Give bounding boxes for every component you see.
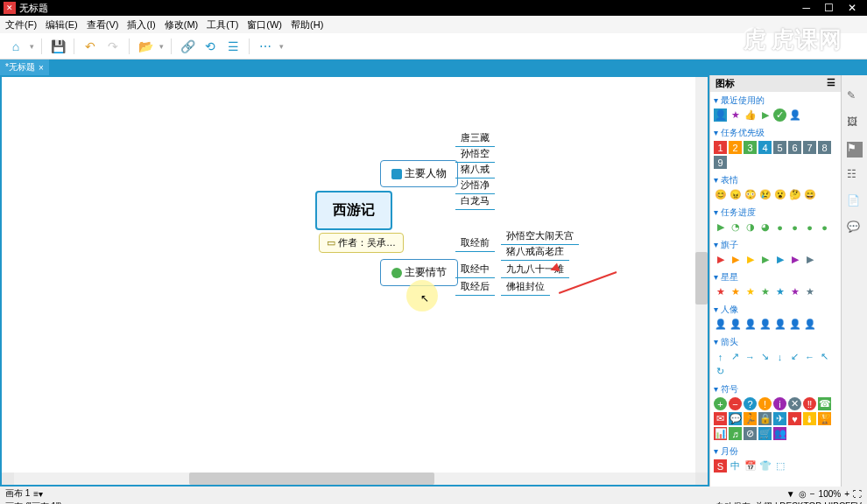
ico[interactable]: − bbox=[729, 397, 742, 410]
ico[interactable]: ▶ bbox=[773, 253, 786, 266]
ico[interactable]: → bbox=[744, 350, 757, 363]
ico[interactable]: 👤 bbox=[714, 108, 727, 122]
ico[interactable]: 2 bbox=[729, 141, 742, 154]
ico[interactable]: 👤 bbox=[714, 318, 727, 331]
ico[interactable]: ★ bbox=[729, 108, 742, 122]
ico[interactable]: ☎ bbox=[818, 397, 831, 410]
ico[interactable]: ↗ bbox=[729, 350, 742, 363]
format-icon[interactable]: ✎ bbox=[847, 89, 863, 105]
group-months[interactable]: ▾ 月份 bbox=[714, 445, 837, 458]
ico[interactable]: + bbox=[714, 397, 727, 410]
redo-icon[interactable]: ↷ bbox=[104, 38, 122, 55]
zoom-in-icon[interactable]: + bbox=[844, 489, 849, 499]
ico[interactable]: 😢 bbox=[758, 188, 772, 201]
zoom-out-icon[interactable]: − bbox=[810, 489, 815, 499]
leaf[interactable]: 佛祖封位 bbox=[501, 278, 550, 296]
sub-after[interactable]: 取经后 bbox=[455, 278, 495, 296]
ico[interactable]: ← bbox=[803, 350, 816, 363]
menu-file[interactable]: 文件(F) bbox=[5, 18, 37, 32]
ico[interactable]: 👤 bbox=[788, 108, 801, 122]
close-button[interactable]: ✕ bbox=[848, 2, 856, 14]
home-icon[interactable]: ⌂ bbox=[7, 38, 25, 55]
ico[interactable]: ✈ bbox=[773, 412, 786, 425]
leaf[interactable]: 唐三藏 bbox=[455, 130, 495, 147]
ico[interactable]: 3 bbox=[744, 141, 757, 154]
ico[interactable]: ! bbox=[758, 397, 772, 410]
ico[interactable]: ★ bbox=[744, 285, 757, 298]
share-icon[interactable]: ⟲ bbox=[201, 38, 219, 55]
ico[interactable]: ▶ bbox=[758, 253, 772, 266]
ico[interactable]: ◕ bbox=[758, 220, 772, 234]
ico[interactable]: ↑ bbox=[714, 350, 727, 363]
ico[interactable]: 🏃 bbox=[744, 412, 757, 425]
ico[interactable]: 7 bbox=[803, 141, 816, 154]
ico[interactable]: ● bbox=[803, 220, 816, 234]
dropdown-icon[interactable]: ≡▾ bbox=[33, 489, 43, 499]
ico[interactable]: ♬ bbox=[729, 427, 742, 440]
ico[interactable]: 👕 bbox=[758, 459, 772, 472]
menu-help[interactable]: 帮助(H) bbox=[291, 18, 323, 32]
group-arrows[interactable]: ▾ 箭头 bbox=[714, 336, 837, 348]
ico[interactable]: ▶ bbox=[744, 253, 757, 266]
menu-edit[interactable]: 编辑(E) bbox=[46, 18, 78, 32]
ico[interactable]: ? bbox=[744, 397, 757, 410]
group-emoji[interactable]: ▾ 表情 bbox=[714, 174, 837, 186]
tab-untitled[interactable]: *无标题 × bbox=[0, 60, 49, 75]
ico[interactable]: 🤔 bbox=[788, 188, 801, 201]
group-recent[interactable]: ▾ 最近使用的 bbox=[714, 94, 837, 107]
leaf[interactable]: 白龙马 bbox=[455, 192, 495, 210]
ico[interactable]: ★ bbox=[729, 285, 742, 298]
maximize-button[interactable]: ☐ bbox=[824, 2, 834, 14]
more-icon[interactable]: ⋯ bbox=[257, 38, 274, 55]
ico[interactable]: ▶ bbox=[788, 253, 801, 266]
tab-close-icon[interactable]: × bbox=[39, 63, 44, 73]
ico[interactable]: 1 bbox=[714, 141, 727, 154]
group-priority[interactable]: ▾ 任务优先级 bbox=[714, 127, 837, 139]
ico[interactable]: ↻ bbox=[714, 365, 727, 378]
canvas-label[interactable]: 画布 1 bbox=[5, 487, 30, 500]
canvas[interactable]: 西游记 ▭ 作者：吴承… 主要人物 唐三藏 孙悟空 猪八戒 沙悟净 白龙马 主要… bbox=[0, 75, 709, 486]
link-icon[interactable]: 🔗 bbox=[179, 38, 196, 55]
ico[interactable]: 👤 bbox=[788, 318, 801, 331]
dropdown-icon[interactable]: ▾ bbox=[30, 42, 34, 51]
center-node[interactable]: 西游记 bbox=[315, 191, 392, 230]
sub-before[interactable]: 取经前 bbox=[455, 234, 495, 252]
dropdown-icon[interactable]: ▾ bbox=[159, 42, 164, 51]
undo-icon[interactable]: ↶ bbox=[81, 38, 99, 55]
menu-view[interactable]: 查看(V) bbox=[87, 18, 119, 32]
ico[interactable]: 8 bbox=[818, 141, 831, 154]
ico[interactable]: 👍 bbox=[744, 108, 757, 122]
ico[interactable]: 🔒 bbox=[758, 412, 772, 425]
leaf[interactable]: 沙悟净 bbox=[455, 177, 495, 194]
ico[interactable]: ▶ bbox=[714, 253, 727, 266]
ico[interactable]: ★ bbox=[758, 285, 772, 298]
ico[interactable]: ✓ bbox=[773, 108, 786, 122]
group-people[interactable]: ▾ 人像 bbox=[714, 304, 837, 316]
ico[interactable]: ↓ bbox=[773, 350, 786, 363]
ico[interactable]: ▶ bbox=[714, 220, 727, 234]
ico[interactable]: 👤 bbox=[803, 318, 816, 331]
scrollbar-vertical[interactable] bbox=[695, 77, 708, 472]
leaf[interactable]: 孙悟空 bbox=[455, 145, 495, 163]
ico[interactable]: ▶ bbox=[729, 253, 742, 266]
doc-icon[interactable]: 📄 bbox=[847, 194, 863, 210]
ico[interactable]: i bbox=[773, 397, 786, 410]
ico[interactable]: 🏆 bbox=[818, 412, 831, 425]
branch-characters[interactable]: 主要人物 bbox=[380, 160, 458, 187]
ico[interactable]: ♥ bbox=[788, 412, 801, 425]
ico[interactable]: 😄 bbox=[803, 188, 816, 201]
ico[interactable]: ↖ bbox=[818, 350, 831, 363]
filter-icon[interactable]: ▼ bbox=[786, 489, 795, 499]
ico[interactable]: 😠 bbox=[729, 188, 742, 201]
ico[interactable]: 👤 bbox=[729, 318, 742, 331]
ico[interactable]: 😮 bbox=[773, 188, 786, 201]
menu-window[interactable]: 窗口(W) bbox=[247, 18, 282, 32]
list-icon[interactable]: ☰ bbox=[224, 38, 242, 55]
ico[interactable]: 💬 bbox=[729, 412, 742, 425]
menu-tools[interactable]: 工具(T) bbox=[207, 18, 238, 32]
folder-icon[interactable]: 📂 bbox=[137, 38, 154, 55]
ico[interactable]: ▶ bbox=[758, 108, 772, 122]
group-stars[interactable]: ▾ 星星 bbox=[714, 271, 837, 284]
ico[interactable]: ● bbox=[818, 220, 831, 234]
ico[interactable]: 😊 bbox=[714, 188, 727, 201]
